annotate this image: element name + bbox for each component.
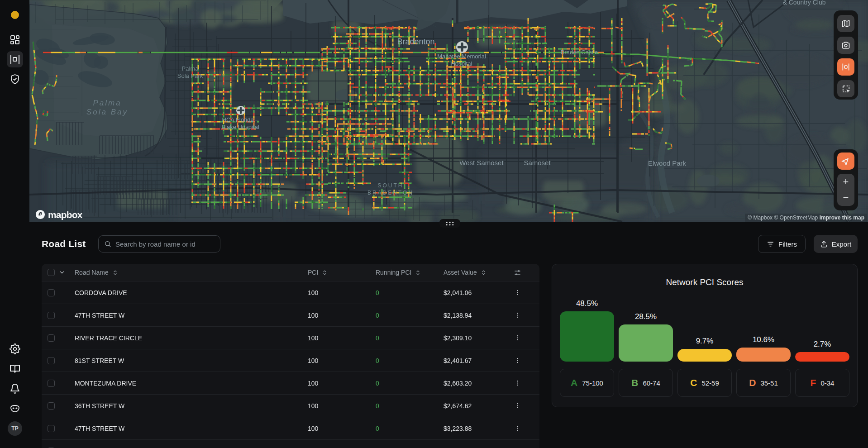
svg-text:Palma: Palma	[182, 65, 199, 72]
svg-text:West Samoset: West Samoset	[459, 159, 504, 167]
svg-text:Hospital: Hospital	[451, 60, 472, 67]
svg-text:HCA Florida –: HCA Florida –	[222, 116, 259, 123]
svg-text:Palma: Palma	[93, 99, 121, 107]
svg-text:SOUTH: SOUTH	[378, 182, 404, 189]
svg-text:Manatee Memorial: Manatee Memorial	[437, 53, 486, 60]
svg-text:& Country Club: & Country Club	[783, 0, 826, 6]
svg-text:Bradenton: Bradenton	[397, 37, 434, 46]
svg-text:Samoset: Samoset	[524, 159, 551, 167]
svg-text:Sola Park: Sola Park	[177, 72, 203, 79]
svg-text:Braden Castle: Braden Castle	[561, 49, 598, 56]
svg-text:Elwood Park: Elwood Park	[648, 159, 687, 167]
svg-text:Blake Hospital: Blake Hospital	[221, 124, 259, 130]
svg-text:Sola Bay: Sola Bay	[86, 108, 128, 116]
svg-text:BRADENTON: BRADENTON	[367, 190, 414, 196]
